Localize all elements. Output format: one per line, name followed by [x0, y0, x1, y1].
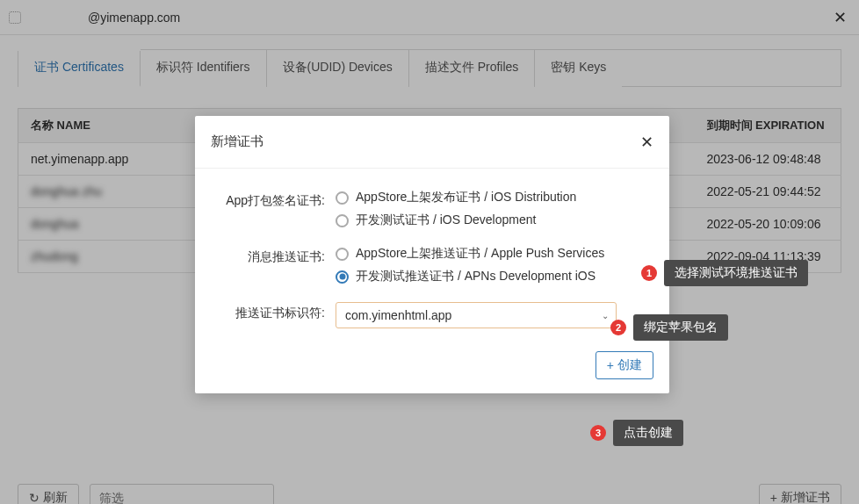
step-badge: 3	[590, 425, 606, 441]
add-certificate-button[interactable]: + 新增证书	[759, 484, 841, 504]
radio-label: AppStore上架发布证书 / iOS Distribution	[356, 190, 576, 205]
radio-icon	[336, 270, 349, 284]
annotation-step-3: 3 点击创建	[590, 420, 683, 446]
tab-identifiers[interactable]: 标识符 Identifiers	[141, 50, 267, 87]
step-badge: 2	[610, 320, 626, 335]
create-button[interactable]: + 创建	[596, 351, 653, 379]
footer-toolbar: ↻ 刷新 + 新增证书	[18, 484, 841, 504]
plus-icon: +	[607, 358, 614, 372]
add-label: 新增证书	[781, 490, 830, 504]
modal-title: 新增证书	[211, 133, 263, 150]
redacted-name	[26, 11, 88, 22]
refresh-button[interactable]: ↻ 刷新	[18, 484, 79, 504]
tab-certificates[interactable]: 证书 Certificates	[18, 50, 141, 87]
radio-icon	[336, 191, 349, 205]
cell-expiration: 2022-05-20 10:09:06	[695, 208, 841, 241]
modal-header: 新增证书 ✕	[195, 116, 669, 169]
step-badge: 1	[641, 265, 657, 281]
radio-apple-push-services[interactable]: AppStore上架推送证书 / Apple Push Services	[336, 246, 650, 262]
window-header: @yimenapp.com ✕	[0, 0, 859, 35]
step-label: 点击创建	[613, 420, 683, 446]
annotation-step-1: 1 选择测试环境推送证书	[641, 260, 808, 286]
cell-name: donghua zhu	[31, 184, 102, 198]
col-expiration[interactable]: 到期时间 EXPIRATION	[695, 109, 841, 143]
radio-icon	[336, 248, 349, 261]
add-certificate-modal: 新增证书 ✕ App打包签名证书: AppStore上架发布证书 / iOS D…	[195, 116, 669, 393]
create-label: 创建	[617, 357, 642, 373]
refresh-icon: ↻	[29, 491, 40, 504]
radio-ios-distribution[interactable]: AppStore上架发布证书 / iOS Distribution	[336, 190, 650, 205]
account-label: @yimenapp.com	[9, 11, 180, 25]
cell-expiration: 2022-05-21 09:44:52	[695, 176, 841, 208]
push-identifier-label: 推送证书标识符:	[195, 302, 336, 321]
cell-name: zhudong	[31, 249, 78, 263]
chevron-down-icon: ⌄	[602, 311, 609, 320]
select-value: com.yimenhtml.app	[345, 308, 451, 322]
refresh-label: 刷新	[43, 490, 68, 504]
tab-profiles[interactable]: 描述文件 Profiles	[409, 50, 536, 87]
cell-name: net.yimenapp.app	[31, 152, 128, 166]
push-cert-label: 消息推送证书:	[195, 246, 336, 265]
gear-icon	[9, 11, 21, 24]
radio-label: 开发测试推送证书 / APNs Development iOS	[356, 269, 596, 284]
tabs: 证书 Certificates 标识符 Identifiers 设备(UDID)…	[18, 49, 841, 87]
signing-cert-label: App打包签名证书:	[195, 190, 336, 209]
account-email: @yimenapp.com	[88, 11, 180, 25]
cell-name: donghua	[31, 217, 79, 231]
modal-close-icon[interactable]: ✕	[640, 133, 653, 152]
radio-label: AppStore上架推送证书 / Apple Push Services	[356, 246, 604, 262]
annotation-step-2: 2 绑定苹果包名	[610, 314, 728, 341]
radio-ios-development[interactable]: 开发测试证书 / iOS Development	[336, 212, 650, 228]
tab-keys[interactable]: 密钥 Keys	[535, 50, 622, 87]
radio-apns-development[interactable]: 开发测试推送证书 / APNs Development iOS	[336, 269, 650, 284]
window-close-icon[interactable]: ✕	[834, 8, 847, 27]
step-label: 绑定苹果包名	[633, 314, 728, 341]
radio-icon	[336, 214, 349, 227]
push-identifier-select[interactable]: com.yimenhtml.app ⌄	[336, 302, 617, 328]
cell-expiration: 2023-06-12 09:48:48	[695, 143, 841, 176]
step-label: 选择测试环境推送证书	[664, 260, 808, 286]
tab-devices[interactable]: 设备(UDID) Devices	[267, 50, 409, 87]
filter-input[interactable]	[90, 484, 274, 504]
plus-icon: +	[770, 491, 777, 504]
radio-label: 开发测试证书 / iOS Development	[356, 212, 536, 228]
